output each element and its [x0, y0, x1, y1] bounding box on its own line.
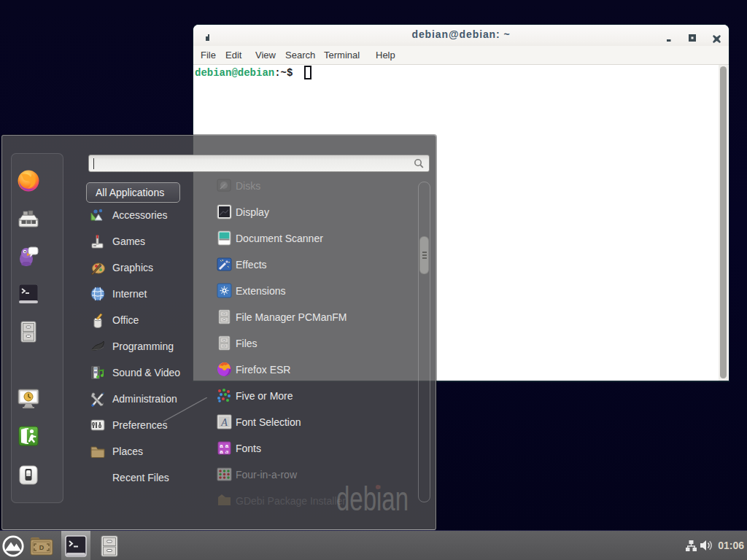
svg-text:a: a: [220, 448, 223, 455]
svg-text:A: A: [220, 417, 228, 428]
svg-text:a: a: [225, 448, 229, 455]
svg-text:D: D: [39, 544, 44, 551]
